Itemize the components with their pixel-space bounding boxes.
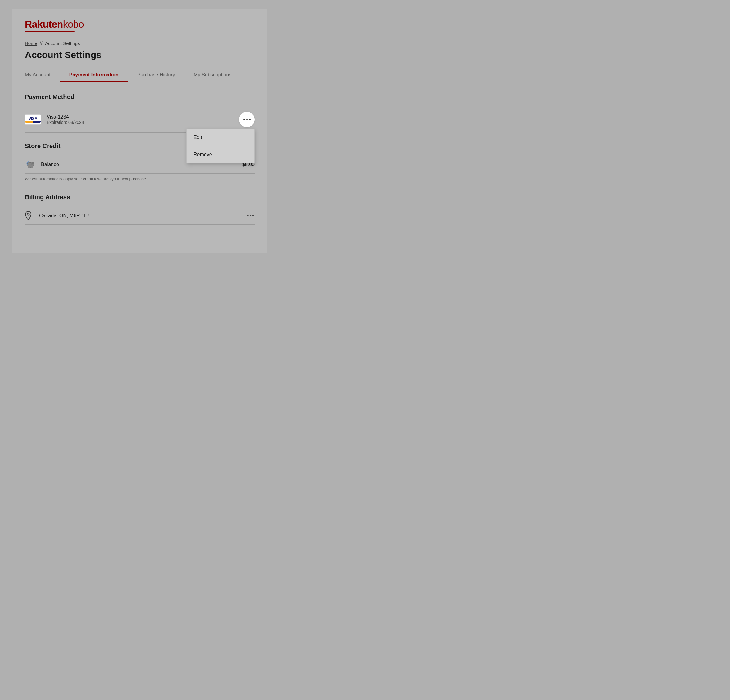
address-row: Canada, ON, M6R 1L7 ••• [25,207,255,225]
address-more-dots[interactable]: ••• [247,213,255,219]
visa-logo: VISA [25,114,41,125]
billing-address-title: Billing Address [25,194,255,201]
credit-note: We will automatically apply your credit … [25,176,255,184]
dot-1 [244,119,245,120]
svg-rect-4 [29,162,31,163]
payment-method-title: Payment Method [25,93,255,101]
expiry-value: 08/2024 [68,120,84,125]
tab-payment-information[interactable]: Payment Information [60,69,128,82]
breadcrumb: Home // Account Settings [25,40,255,46]
svg-point-9 [27,213,29,216]
card-name: Visa-1234 [47,114,239,120]
more-btn-wrapper: Edit Remove [239,112,255,127]
dropdown-menu: Edit Remove [186,129,255,163]
page-container: Rakutenkobo Home // Account Settings Acc… [12,9,267,253]
billing-address-section: Billing Address Canada, ON, M6R 1L7 ••• [25,194,255,225]
breadcrumb-current: Account Settings [45,41,80,46]
svg-rect-5 [28,167,29,168]
breadcrumb-home-link[interactable]: Home [25,41,37,46]
tabs-container: My Account Payment Information Purchase … [25,69,255,82]
tab-my-subscriptions[interactable]: My Subscriptions [184,69,241,82]
piggy-bank-icon [25,160,36,169]
logo-rakuten: Rakuten [25,19,63,30]
logo[interactable]: Rakutenkobo [25,19,255,32]
dot-3 [249,119,251,120]
payment-method-section: Payment Method VISA Visa-1234 Expiration… [25,93,255,133]
tab-purchase-history[interactable]: Purchase History [128,69,184,82]
dropdown-edit[interactable]: Edit [187,129,254,146]
more-options-button[interactable] [239,112,255,127]
logo-kobo: kobo [63,19,84,30]
svg-point-1 [32,162,34,164]
tab-my-account[interactable]: My Account [25,69,60,82]
svg-point-2 [31,163,32,164]
logo-text: Rakutenkobo [25,19,84,30]
breadcrumb-separator: // [40,40,42,46]
more-dots-icon [244,119,251,120]
svg-point-3 [33,164,34,165]
svg-rect-6 [29,167,30,168]
expiry-label: Expiration: [47,120,67,125]
logo-underline [25,31,74,32]
location-pin-icon [25,211,34,220]
dot-2 [246,119,248,120]
visa-stripe [25,121,41,122]
card-details: Visa-1234 Expiration: 08/2024 [47,114,239,125]
dropdown-remove[interactable]: Remove [187,146,254,163]
payment-card-row: VISA Visa-1234 Expiration: 08/2024 [25,107,255,133]
visa-text: VISA [29,117,37,120]
address-text: Canada, ON, M6R 1L7 [39,213,247,219]
card-expiry: Expiration: 08/2024 [47,120,239,125]
svg-rect-7 [31,167,32,168]
svg-rect-8 [32,167,33,168]
page-title: Account Settings [25,50,255,60]
